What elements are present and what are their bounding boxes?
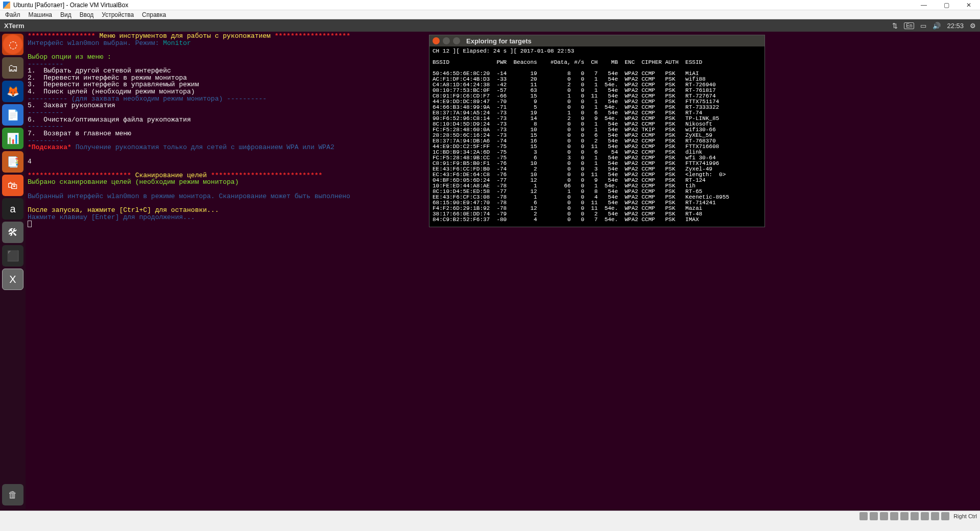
vb-shared-folder-icon[interactable] <box>911 512 919 520</box>
volume-icon[interactable]: 🔊 <box>933 22 941 30</box>
vb-audio-icon[interactable] <box>880 512 888 520</box>
vb-recording-icon[interactable] <box>931 512 939 520</box>
menu-devices[interactable]: Устройства <box>102 11 134 18</box>
vb-display-icon[interactable] <box>921 512 929 520</box>
close-button[interactable]: ✕ <box>958 0 980 10</box>
libreoffice-calc-icon[interactable]: 📊 <box>2 128 23 149</box>
host-titlebar: Ubuntu [Работает] - Oracle VM VirtualBox… <box>0 0 980 10</box>
guest-screen: XTerm ⇅ En ▭ 🔊 22:53 ⚙ ◌ 🗂 🦊 📄 📊 📑 🛍 a 🛠… <box>0 19 980 511</box>
firefox-icon[interactable]: 🦊 <box>2 81 23 102</box>
gear-icon[interactable]: ⚙ <box>970 22 976 30</box>
vb-usb-icon[interactable] <box>900 512 909 520</box>
maximize-button[interactable]: ▢ <box>935 0 958 10</box>
vb-optical-icon[interactable] <box>870 512 878 520</box>
host-statusbar: Right Ctrl <box>0 511 980 521</box>
host-key-label: Right Ctrl <box>953 513 977 519</box>
xterm-icon[interactable]: X <box>2 269 23 290</box>
scan-window-titlebar[interactable]: Exploring for targets <box>429 35 764 46</box>
menu-machine[interactable]: Машина <box>29 11 52 18</box>
libreoffice-writer-icon[interactable]: 📄 <box>2 104 23 126</box>
keyboard-layout-indicator[interactable]: En <box>904 22 914 29</box>
ubuntu-top-panel: XTerm ⇅ En ▭ 🔊 22:53 ⚙ <box>0 19 980 32</box>
libreoffice-impress-icon[interactable]: 📑 <box>2 151 23 173</box>
network-icon[interactable]: ⇅ <box>892 22 898 30</box>
battery-icon[interactable]: ▭ <box>920 22 926 30</box>
host-menubar: Файл Машина Вид Ввод Устройства Справка <box>0 10 980 19</box>
menu-help[interactable]: Справка <box>142 11 166 18</box>
trash-icon[interactable]: 🗑 <box>2 484 23 505</box>
scan-output: CH 12 ][ Elapsed: 24 s ][ 2017-01-08 22:… <box>429 46 764 227</box>
virtualbox-icon <box>3 2 10 9</box>
settings-icon[interactable]: 🛠 <box>2 222 23 243</box>
dash-icon[interactable]: ◌ <box>2 34 23 55</box>
maximize-icon[interactable] <box>453 37 460 44</box>
scan-window-title: Exploring for targets <box>466 38 532 44</box>
close-icon[interactable] <box>433 37 440 44</box>
menu-view[interactable]: Вид <box>60 11 71 18</box>
unity-launcher: ◌ 🗂 🦊 📄 📊 📑 🛍 a 🛠 ⬛ X 🗑 <box>0 32 26 511</box>
amazon-icon[interactable]: a <box>2 198 23 220</box>
host-title: Ubuntu [Работает] - Oracle VM VirtualBox <box>13 2 128 9</box>
vb-mouse-icon[interactable] <box>941 512 949 520</box>
scan-window[interactable]: Exploring for targets CH 12 ][ Elapsed: … <box>429 35 765 227</box>
terminal-icon[interactable]: ⬛ <box>2 245 23 267</box>
menu-input[interactable]: Ввод <box>80 11 94 18</box>
text-cursor <box>28 221 32 227</box>
ubuntu-software-icon[interactable]: 🛍 <box>2 175 23 196</box>
minimize-icon[interactable] <box>443 37 450 44</box>
files-icon[interactable]: 🗂 <box>2 57 23 79</box>
minimize-button[interactable]: — <box>913 0 935 10</box>
vb-hdd-icon[interactable] <box>859 512 868 520</box>
vb-network-icon[interactable] <box>890 512 898 520</box>
panel-app-title: XTerm <box>4 22 25 30</box>
panel-clock[interactable]: 22:53 <box>947 22 964 30</box>
menu-file[interactable]: Файл <box>5 11 20 18</box>
